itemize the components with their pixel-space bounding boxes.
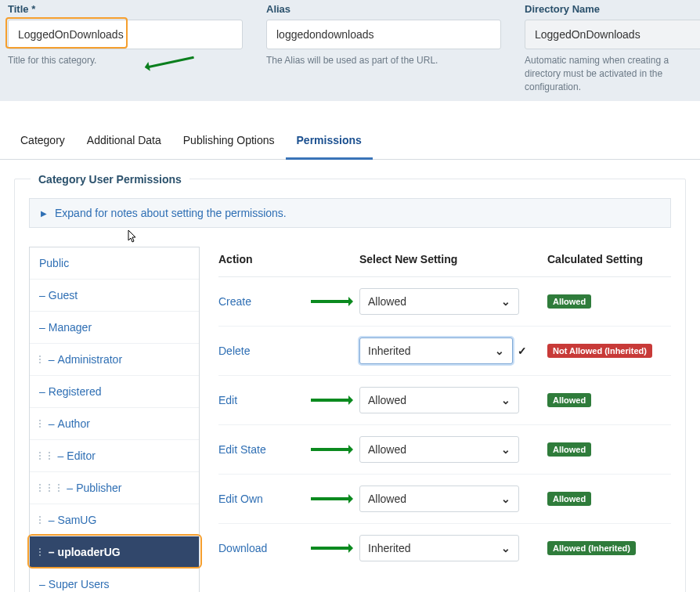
title-help: Title for this category. <box>8 54 243 67</box>
setting-select[interactable]: Inherited⌄ <box>359 338 513 364</box>
group-item-guest[interactable]: –Guest <box>30 280 199 312</box>
chevron-down-icon: ⌄ <box>501 542 511 554</box>
annotation-arrow <box>311 399 350 401</box>
group-item-author[interactable]: –Author <box>30 408 199 440</box>
group-label: Author <box>58 417 90 430</box>
permission-row-delete: DeleteInherited⌄✓Not Allowed (Inherited) <box>218 327 671 376</box>
permission-row-create: CreateAllowed⌄Allowed <box>218 277 671 327</box>
group-label: Administrator <box>58 353 122 366</box>
status-badge: Allowed <box>547 492 591 506</box>
group-item-editor[interactable]: –Editor <box>30 440 199 472</box>
alias-input[interactable] <box>266 20 501 49</box>
directory-input <box>525 20 700 49</box>
directory-help: Automatic naming when creating a directo… <box>525 54 700 93</box>
calculated-cell: Allowed <box>527 442 671 457</box>
title-label-text: Title <box>8 3 29 15</box>
tab-publishing-options[interactable]: Publishing Options <box>172 123 286 159</box>
setting-value: Allowed <box>368 493 406 505</box>
tab-category[interactable]: Category <box>9 123 76 159</box>
permission-row-edit-own: Edit OwnAllowed⌄Allowed <box>218 475 671 524</box>
alias-help: The Alias will be used as part of the UR… <box>266 54 501 67</box>
user-group-tree: Public–Guest–Manager –Administrator–Regi… <box>29 247 200 592</box>
annotation-arrow <box>311 301 350 302</box>
title-label: Title * <box>8 0 243 15</box>
setting-select[interactable]: Inherited⌄ <box>359 535 519 561</box>
check-icon: ✓ <box>518 345 527 357</box>
triangle-right-icon: ▶ <box>41 209 47 218</box>
setting-select[interactable]: Allowed⌄ <box>359 486 519 512</box>
status-badge: Allowed <box>547 393 591 407</box>
chevron-down-icon: ⌄ <box>495 345 504 357</box>
group-item-manager[interactable]: –Manager <box>30 312 199 344</box>
setting-value: Inherited <box>368 345 410 357</box>
tab-bar: Category Additional Data Publishing Opti… <box>0 123 700 160</box>
group-label: Registered <box>49 385 102 398</box>
col-action-header: Action <box>218 253 359 265</box>
setting-cell: Inherited⌄ <box>359 535 527 561</box>
field-title: Title * Title for this category. <box>8 0 243 93</box>
directory-label: Directory Name <box>525 0 700 15</box>
chevron-down-icon: ⌄ <box>501 443 511 456</box>
title-input[interactable] <box>8 20 243 49</box>
group-item-publisher[interactable]: –Publisher <box>30 472 199 504</box>
group-label: uploaderUG <box>58 546 121 558</box>
group-label: SamUG <box>58 514 97 526</box>
setting-cell: Allowed⌄ <box>359 288 527 315</box>
field-directory: Directory Name Automatic naming when cre… <box>525 0 700 93</box>
setting-select[interactable]: Allowed⌄ <box>359 436 519 463</box>
permission-row-download: DownloadInherited⌄Allowed (Inherited) <box>218 524 671 572</box>
calculated-cell: Allowed <box>527 294 671 309</box>
group-item-uploaderug[interactable]: –uploaderUG <box>30 536 199 569</box>
alias-label: Alias <box>266 0 501 15</box>
group-label: Editor <box>67 449 96 462</box>
calculated-cell: Allowed <box>527 492 671 506</box>
group-label: Manager <box>49 321 92 334</box>
permission-row-edit: EditAllowed⌄Allowed <box>218 376 671 425</box>
permissions-fieldset: Category User Permissions ▶ Expand for n… <box>14 179 686 592</box>
setting-select[interactable]: Allowed⌄ <box>359 387 519 413</box>
header-fields: Title * Title for this category. Alias T… <box>0 0 700 101</box>
annotation-arrow <box>311 449 350 450</box>
permissions-panel: Category User Permissions ▶ Expand for n… <box>0 160 700 592</box>
tab-additional-data[interactable]: Additional Data <box>76 123 172 159</box>
tab-permissions[interactable]: Permissions <box>286 123 373 160</box>
calculated-cell: Not Allowed (Inherited) <box>527 344 671 358</box>
annotation-arrow <box>311 498 350 500</box>
status-badge: Not Allowed (Inherited) <box>547 344 652 358</box>
group-label: Public <box>39 257 69 269</box>
annotation-arrow <box>311 547 350 549</box>
status-badge: Allowed <box>547 294 591 309</box>
setting-cell: Inherited⌄✓ <box>359 338 527 364</box>
setting-value: Allowed <box>368 443 406 456</box>
required-indicator: * <box>31 3 35 15</box>
permission-row-edit-state: Edit StateAllowed⌄Allowed <box>218 425 671 475</box>
expand-notes-toggle[interactable]: ▶ Expand for notes about setting the per… <box>29 198 671 228</box>
setting-value: Inherited <box>368 542 410 554</box>
group-item-super-users[interactable]: –Super Users <box>30 569 199 592</box>
setting-cell: Allowed⌄ <box>359 387 527 413</box>
status-badge: Allowed <box>547 442 591 457</box>
chevron-down-icon: ⌄ <box>501 295 511 308</box>
status-badge: Allowed (Inherited) <box>547 541 636 555</box>
action-label: Delete <box>218 345 359 357</box>
group-item-samug[interactable]: –SamUG <box>30 504 199 536</box>
calculated-cell: Allowed (Inherited) <box>527 541 671 555</box>
setting-select[interactable]: Allowed⌄ <box>359 288 519 315</box>
group-item-administrator[interactable]: –Administrator <box>30 344 199 376</box>
setting-cell: Allowed⌄ <box>359 486 527 512</box>
setting-value: Allowed <box>368 295 406 308</box>
calculated-cell: Allowed <box>527 393 671 407</box>
fieldset-legend: Category User Permissions <box>31 173 189 186</box>
setting-cell: Allowed⌄ <box>359 436 527 463</box>
col-calc-header: Calculated Setting <box>547 253 671 265</box>
field-alias: Alias The Alias will be used as part of … <box>266 0 501 93</box>
group-label: Publisher <box>76 482 121 494</box>
permissions-table: Action Select New Setting Calculated Set… <box>218 247 671 572</box>
group-item-registered[interactable]: –Registered <box>30 376 199 408</box>
setting-value: Allowed <box>368 394 406 406</box>
expand-notes-label: Expand for notes about setting the permi… <box>55 207 287 219</box>
group-item-public[interactable]: Public <box>30 247 199 280</box>
group-label: Super Users <box>49 578 110 590</box>
chevron-down-icon: ⌄ <box>501 394 511 406</box>
group-label: Guest <box>49 289 78 301</box>
